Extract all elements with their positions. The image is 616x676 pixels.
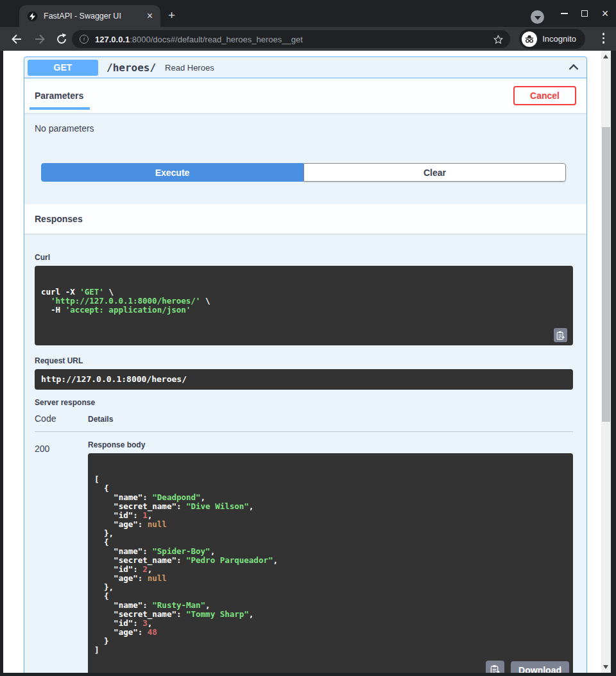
tab-title: FastAPI - Swagger UI	[44, 12, 144, 21]
maximize-button[interactable]	[580, 9, 589, 18]
url-bar[interactable]: i 127.0.0.1:8000/docs#/default/read_hero…	[72, 30, 510, 48]
forward-button[interactable]	[33, 33, 46, 46]
endpoint-path: /heroes/	[107, 62, 156, 74]
opblock-summary[interactable]: GET /heroes/ Read Heroes	[24, 57, 586, 78]
parameters-header: Parameters Cancel	[24, 78, 586, 113]
execute-button-group: Execute Clear	[41, 163, 566, 182]
collapse-chevron-icon[interactable]	[566, 60, 581, 75]
download-button[interactable]: Download	[511, 661, 569, 673]
code-column-header: Code	[35, 413, 88, 424]
scrollbar-thumb[interactable]	[602, 127, 610, 422]
curl-command-text: curl -X 'GET' \ 'http://127.0.0.1:8000/h…	[41, 288, 547, 315]
reload-button[interactable]	[55, 33, 68, 46]
bookmark-star-icon[interactable]	[493, 34, 504, 45]
page-viewport: GET /heroes/ Read Heroes Parameters Canc…	[3, 51, 611, 673]
window-controls: ×	[560, 0, 610, 27]
browser-tab[interactable]: FastAPI - Swagger UI ×	[19, 5, 160, 27]
opblock-get-heroes: GET /heroes/ Read Heroes Parameters Canc…	[24, 56, 587, 673]
request-url-value: http://127.0.0.1:8000/heroes/	[41, 374, 187, 384]
parameters-title: Parameters	[35, 91, 83, 101]
endpoint-summary: Read Heroes	[165, 63, 566, 73]
parameters-tab-underline	[30, 107, 90, 110]
url-path: :8000/docs#/default/read_heroes_heroes__…	[130, 35, 303, 44]
minimize-icon	[561, 13, 568, 14]
clipboard-icon	[556, 331, 565, 340]
curl-command-block: curl -X 'GET' \ 'http://127.0.0.1:8000/h…	[35, 266, 573, 345]
incognito-badge: Incognito	[519, 29, 585, 49]
response-body-json: [ { "name": "Deadpond", "secret_name": "…	[94, 475, 567, 655]
clear-button[interactable]: Clear	[304, 163, 566, 182]
responses-header: Responses	[24, 204, 586, 234]
back-button[interactable]	[10, 33, 23, 46]
tab-search-button[interactable]	[531, 10, 544, 24]
execute-button[interactable]: Execute	[41, 163, 304, 182]
scroll-down-arrow-icon[interactable]	[603, 665, 608, 669]
incognito-label: Incognito	[542, 34, 576, 44]
clipboard-icon	[490, 664, 500, 673]
copy-curl-button[interactable]	[554, 328, 567, 342]
chevron-down-icon	[535, 16, 541, 20]
site-info-icon[interactable]: i	[80, 35, 89, 44]
close-button[interactable]: ×	[601, 9, 610, 18]
server-response-table: Code Details 200 Response body [ { "name…	[35, 413, 573, 673]
tab-strip: FastAPI - Swagger UI × + ×	[0, 0, 616, 27]
responses-body: Curl curl -X 'GET' \ 'http://127.0.0.1:8…	[24, 234, 586, 673]
request-url-block: http://127.0.0.1:8000/heroes/	[35, 369, 573, 390]
details-column-header: Details	[88, 415, 113, 424]
response-row-200: 200 Response body [ { "name": "Deadpond"…	[35, 432, 573, 673]
request-url-label: Request URL	[35, 356, 573, 365]
response-body-block: [ { "name": "Deadpond", "secret_name": "…	[88, 453, 573, 673]
browser-toolbar: i 127.0.0.1:8000/docs#/default/read_hero…	[0, 27, 616, 51]
status-code: 200	[35, 440, 88, 673]
method-badge: GET	[28, 60, 98, 76]
no-parameters-text: No parameters	[35, 123, 576, 134]
server-response-label: Server response	[35, 398, 573, 407]
close-icon: ×	[602, 9, 609, 18]
response-body-label: Response body	[88, 440, 573, 449]
tab-close-icon[interactable]: ×	[144, 11, 155, 21]
maximize-icon	[581, 10, 588, 17]
url-text: 127.0.0.1:8000/docs#/default/read_heroes…	[95, 35, 493, 44]
incognito-icon	[522, 31, 537, 47]
page-background: GET /heroes/ Read Heroes Parameters Canc…	[0, 51, 616, 676]
fastapi-favicon-icon	[27, 11, 38, 22]
response-table-header: Code Details	[35, 413, 573, 432]
cancel-button[interactable]: Cancel	[513, 86, 576, 105]
curl-label: Curl	[35, 253, 573, 262]
new-tab-button[interactable]: +	[168, 9, 175, 21]
responses-title: Responses	[35, 214, 83, 224]
vertical-scrollbar[interactable]	[601, 51, 611, 673]
minimize-button[interactable]	[560, 9, 569, 18]
copy-response-button[interactable]	[486, 661, 504, 673]
browser-menu-button[interactable]	[603, 33, 605, 44]
url-host: 127.0.0.1	[95, 35, 130, 44]
scroll-up-arrow-icon[interactable]	[603, 55, 608, 58]
